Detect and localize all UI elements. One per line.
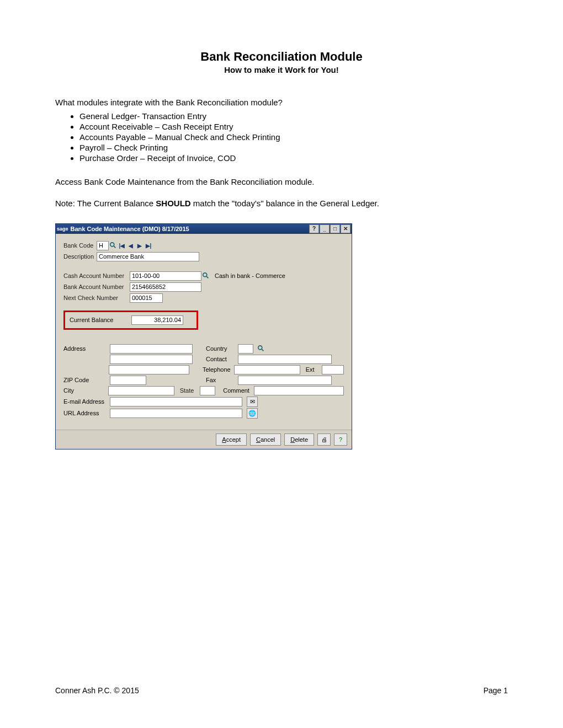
svg-line-5 (262, 349, 264, 351)
help-button[interactable]: ? (309, 224, 319, 233)
paragraph: Access Bank Code Maintenance from the Ba… (55, 176, 508, 189)
brand-logo: sage (57, 226, 68, 232)
note-prefix: Note: The Current Balance (55, 199, 156, 208)
country-input[interactable] (238, 344, 253, 354)
window-title: Bank Code Maintenance (DMO) 8/17/2015 (71, 226, 189, 232)
current-balance-highlight: Current Balance (63, 311, 198, 330)
description-input[interactable] (97, 252, 199, 261)
globe-icon[interactable]: 🌐 (247, 408, 258, 419)
next-check-input[interactable] (130, 293, 163, 303)
contact-input[interactable] (238, 355, 332, 364)
delete-button[interactable]: Delete (284, 433, 314, 446)
current-balance-label: Current Balance (70, 317, 131, 323)
cash-account-label: Cash Account Number (63, 272, 130, 279)
print-icon[interactable]: 🖨 (317, 433, 331, 446)
bank-code-input[interactable] (97, 241, 109, 250)
email-input[interactable] (110, 397, 242, 406)
app-window: sage Bank Code Maintenance (DMO) 8/17/20… (55, 223, 352, 449)
note-bold: SHOULD (156, 199, 190, 208)
fax-input[interactable] (238, 376, 332, 385)
list-item: Purchase Order – Receipt of Invoice, COD (79, 153, 508, 163)
state-input[interactable] (200, 386, 215, 395)
question-text: What modules integrate with the Bank Rec… (55, 97, 508, 109)
zip-input[interactable] (110, 376, 146, 385)
city-label: City (63, 387, 105, 394)
cancel-button[interactable]: Cancel (250, 433, 281, 446)
state-label: State (180, 387, 197, 394)
first-record-icon[interactable]: |◀ (118, 241, 126, 250)
email-label: E-mail Address (63, 398, 107, 405)
city-input[interactable] (108, 386, 174, 395)
address-line1-input[interactable] (110, 344, 193, 354)
lookup-icon[interactable] (201, 271, 210, 280)
cash-account-desc: Cash in bank - Commerce (215, 272, 285, 279)
minimize-button[interactable]: _ (320, 224, 330, 233)
email-icon[interactable]: ✉ (247, 397, 258, 407)
maximize-button[interactable]: □ (330, 224, 340, 233)
list-item: Payroll – Check Printing (79, 143, 508, 152)
comment-input[interactable] (254, 386, 344, 395)
list-item: Account Receivable – Cash Receipt Entry (79, 122, 508, 131)
note-suffix: match the "today's" balance in the Gener… (191, 199, 379, 208)
ext-input[interactable] (322, 365, 344, 374)
url-label: URL Address (63, 410, 107, 416)
address-line3-input[interactable] (109, 365, 189, 374)
contact-label: Contact (206, 356, 235, 362)
page-title: Bank Reconciliation Module (55, 50, 508, 64)
lookup-icon[interactable] (109, 241, 118, 250)
cash-account-input[interactable] (130, 271, 201, 281)
telephone-input[interactable] (234, 365, 300, 374)
footer-right: Page 1 (484, 686, 508, 695)
bullet-list: General Ledger- Transaction Entry Accoun… (79, 111, 508, 163)
svg-point-4 (258, 346, 262, 350)
description-label: Description (63, 253, 97, 260)
comment-label: Comment (223, 387, 251, 394)
next-check-label: Next Check Number (63, 295, 130, 301)
zip-label: ZIP Code (63, 377, 107, 383)
address-label: Address (63, 345, 107, 352)
prev-record-icon[interactable]: ◀ (126, 241, 135, 250)
country-label: Country (206, 345, 235, 352)
page-subtitle: How to make it Work for You! (55, 65, 508, 74)
svg-line-3 (206, 276, 209, 279)
note-text: Note: The Current Balance SHOULD match t… (55, 197, 508, 210)
ext-label: Ext (306, 366, 318, 373)
svg-line-1 (114, 246, 116, 248)
close-button[interactable]: ✕ (341, 224, 350, 233)
next-record-icon[interactable]: ▶ (135, 241, 144, 250)
bank-account-input[interactable] (130, 282, 201, 292)
bank-account-label: Bank Account Number (63, 283, 130, 290)
footer-left: Conner Ash P.C. © 2015 (55, 686, 139, 695)
lookup-icon[interactable] (257, 344, 265, 353)
accept-button[interactable]: AAcceptccept (216, 433, 247, 446)
list-item: General Ledger- Transaction Entry (79, 111, 508, 121)
address-line2-input[interactable] (110, 355, 193, 364)
svg-point-0 (110, 243, 114, 247)
fax-label: Fax (206, 377, 235, 383)
last-record-icon[interactable]: ▶| (144, 241, 153, 250)
titlebar: sage Bank Code Maintenance (DMO) 8/17/20… (56, 224, 352, 234)
current-balance-input[interactable] (131, 315, 183, 325)
svg-point-2 (203, 273, 207, 277)
list-item: Accounts Payable – Manual Check and Chec… (79, 132, 508, 142)
url-input[interactable] (110, 409, 242, 418)
telephone-label: Telephone (203, 366, 231, 373)
help-icon[interactable]: ? (334, 433, 347, 446)
bank-code-label: Bank Code (63, 242, 97, 249)
